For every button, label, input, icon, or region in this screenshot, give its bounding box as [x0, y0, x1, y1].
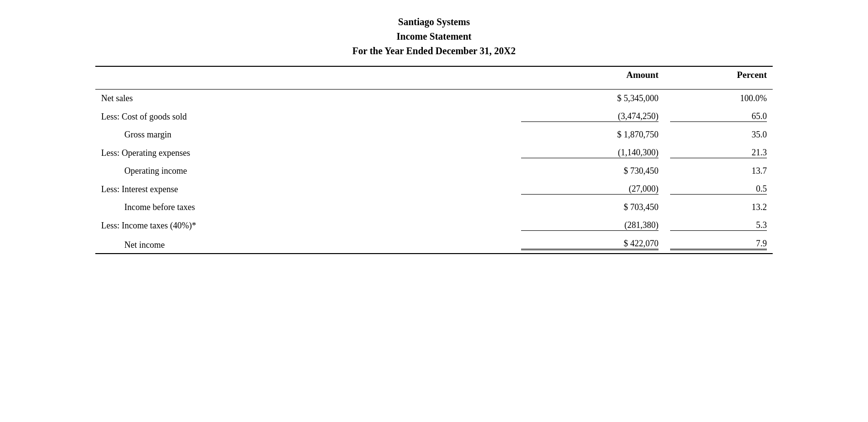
col-percent-header: Percent	[664, 66, 773, 83]
label-cogs: Less: Cost of goods sold	[95, 107, 515, 126]
amount-net-income: $ 422,070	[515, 235, 664, 254]
table-row-income-tax: Less: Income taxes (40%)*(281,380)5.3	[95, 216, 773, 235]
table-row-net-sales: Net sales$ 5,345,000100.0%	[95, 90, 773, 108]
table-row-cogs: Less: Cost of goods sold(3,474,250)65.0	[95, 107, 773, 126]
col-label-header	[95, 66, 515, 83]
label-gross-margin: Gross margin	[95, 126, 515, 144]
label-net-income: Net income	[95, 235, 515, 254]
amount-op-expenses: (1,140,300)	[515, 144, 664, 162]
percent-op-income: 13.7	[664, 162, 773, 180]
col-percent-spacer	[664, 83, 773, 90]
label-op-expenses: Less: Operating expenses	[95, 144, 515, 162]
percent-gross-margin: 35.0	[664, 126, 773, 144]
amount-interest: (27,000)	[515, 180, 664, 198]
table-row-gross-margin: Gross margin$ 1,870,75035.0	[95, 126, 773, 144]
col-amount-spacer	[515, 83, 664, 90]
percent-cogs: 65.0	[664, 107, 773, 126]
label-income-tax: Less: Income taxes (40%)*	[95, 216, 515, 235]
table-row-net-income: Net income$ 422,0707.9	[95, 235, 773, 254]
table-row-interest: Less: Interest expense(27,000)0.5	[95, 180, 773, 198]
label-op-income: Operating income	[95, 162, 515, 180]
amount-income-before-tax: $ 703,450	[515, 198, 664, 216]
col-amount-header: Amount	[515, 66, 664, 83]
percent-income-before-tax: 13.2	[664, 198, 773, 216]
col-label-spacer	[95, 83, 515, 90]
amount-op-income: $ 730,450	[515, 162, 664, 180]
table-row-op-expenses: Less: Operating expenses(1,140,300)21.3	[95, 144, 773, 162]
amount-cogs: (3,474,250)	[515, 107, 664, 126]
table-row-op-income: Operating income$ 730,45013.7	[95, 162, 773, 180]
percent-interest: 0.5	[664, 180, 773, 198]
table-row-income-before-tax: Income before taxes$ 703,45013.2	[95, 198, 773, 216]
label-net-sales: Net sales	[95, 90, 515, 108]
percent-net-income: 7.9	[664, 235, 773, 254]
label-income-before-tax: Income before taxes	[95, 198, 515, 216]
report-period: For the Year Ended December 31, 20X2	[95, 44, 773, 58]
amount-net-sales: $ 5,345,000	[515, 90, 664, 108]
income-statement-table: Amount Percent Net sales$ 5,345,000100.0…	[95, 66, 773, 254]
percent-op-expenses: 21.3	[664, 144, 773, 162]
report-title: Income Statement	[95, 29, 773, 44]
amount-gross-margin: $ 1,870,750	[515, 126, 664, 144]
label-interest: Less: Interest expense	[95, 180, 515, 198]
report-header: Santiago Systems Income Statement For th…	[95, 15, 773, 58]
amount-income-tax: (281,380)	[515, 216, 664, 235]
page-container: Santiago Systems Income Statement For th…	[95, 15, 773, 254]
percent-net-sales: 100.0%	[664, 90, 773, 108]
company-name: Santiago Systems	[95, 15, 773, 29]
percent-income-tax: 5.3	[664, 216, 773, 235]
